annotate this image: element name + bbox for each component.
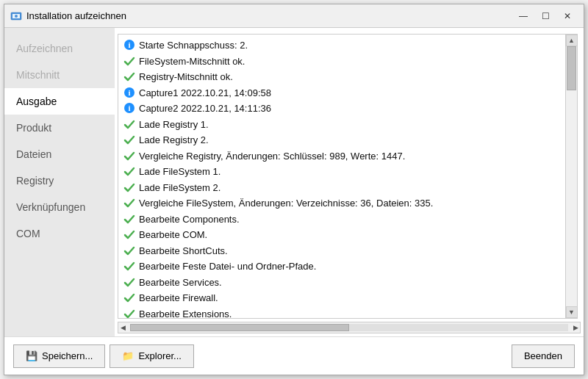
log-text: Bearbeite Services. xyxy=(139,275,222,290)
log-entry: Lade Registry 1. xyxy=(118,117,565,133)
log-text: Starte Schnappschuss: 2. xyxy=(139,38,248,53)
scroll-down-arrow[interactable]: ▼ xyxy=(566,306,578,318)
sidebar-item-aufzeichnen: Aufzeichnen xyxy=(4,35,115,62)
svg-point-2 xyxy=(15,15,18,18)
info-icon: i xyxy=(123,101,136,115)
log-text: Vergleiche Registry, Änderungen: Schlüss… xyxy=(139,149,405,164)
log-entry: Vergleiche Registry, Änderungen: Schlüss… xyxy=(118,148,565,165)
log-text: Bearbeite Components. xyxy=(139,212,240,227)
log-text: Bearbeite Firewall. xyxy=(139,291,218,306)
log-text: Bearbeite Feste Datei- und Ordner-Pfade. xyxy=(139,259,316,274)
speichern-button[interactable]: 💾 Speichern... xyxy=(13,344,105,368)
horizontal-scrollbar[interactable]: ◀ ▶ xyxy=(118,322,581,333)
speichern-icon: 💾 xyxy=(26,350,37,361)
check-icon xyxy=(123,307,136,319)
explorer-button[interactable]: 📁 Explorer... xyxy=(110,344,194,368)
minimize-button[interactable]: — xyxy=(513,7,534,25)
title-bar: Installation aufzeichnen — ☐ ✕ xyxy=(4,4,584,28)
log-entry: Lade FileSystem 2. xyxy=(118,180,565,196)
footer: 💾 Speichern... 📁 Explorer... Beenden xyxy=(4,336,584,375)
explorer-icon: 📁 xyxy=(122,350,134,361)
check-icon xyxy=(123,259,136,272)
log-text: Capture2 2022.10.21, 14:11:36 xyxy=(139,101,271,116)
svg-text:i: i xyxy=(128,40,130,49)
info-icon: i xyxy=(123,38,136,51)
sidebar-item-verknuepfungen[interactable]: Verknüpfungen xyxy=(4,194,115,220)
sidebar-item-com[interactable]: COM xyxy=(4,220,115,247)
log-text: Lade FileSystem 2. xyxy=(139,181,220,195)
log-text: Bearbeite ShortCuts. xyxy=(139,244,228,259)
scrollbar-thumb[interactable] xyxy=(567,46,576,90)
check-icon xyxy=(123,275,136,289)
log-text: Lade FileSystem 1. xyxy=(139,165,220,179)
check-icon xyxy=(123,196,136,209)
log-entry: Bearbeite COM. xyxy=(118,227,565,243)
log-entry: Bearbeite Extensions. xyxy=(118,306,565,319)
maximize-button[interactable]: ☐ xyxy=(535,7,556,25)
log-text: Registry-Mitschnitt ok. xyxy=(139,70,233,84)
vertical-scrollbar[interactable]: ▲ ▼ xyxy=(565,35,577,318)
info-icon: i xyxy=(123,86,136,99)
log-entry: Bearbeite Components. xyxy=(118,212,565,228)
log-scroll-wrapper: iStarte Schnappschuss: 2.FileSystem-Mits… xyxy=(118,34,578,319)
speichern-label: Speichern... xyxy=(42,350,93,361)
log-text: Capture1 2022.10.21, 14:09:58 xyxy=(139,86,271,101)
h-scroll-thumb[interactable] xyxy=(130,324,349,331)
log-text: Lade Registry 1. xyxy=(139,118,209,132)
sidebar-item-produkt[interactable]: Produkt xyxy=(4,115,115,141)
check-icon xyxy=(123,70,136,83)
scrollbar-thumb-area xyxy=(566,46,577,306)
log-entry: Bearbeite ShortCuts. xyxy=(118,243,565,259)
window-title: Installation aufzeichnen xyxy=(26,10,513,21)
content-area: AufzeichnenMitschnittAusgabeProduktDatei… xyxy=(4,28,584,336)
scroll-right-arrow[interactable]: ▶ xyxy=(571,323,580,332)
check-icon xyxy=(123,181,136,194)
window-controls: — ☐ ✕ xyxy=(513,7,578,25)
sidebar: AufzeichnenMitschnittAusgabeProduktDatei… xyxy=(4,28,115,336)
close-button[interactable]: ✕ xyxy=(557,7,578,25)
window-icon xyxy=(10,10,22,22)
log-entry: Registry-Mitschnitt ok. xyxy=(118,69,565,85)
check-icon xyxy=(123,54,136,68)
check-icon xyxy=(123,228,136,241)
check-icon xyxy=(123,165,136,178)
log-entry: iStarte Schnappschuss: 2. xyxy=(118,37,565,54)
sidebar-item-mitschnitt: Mitschnitt xyxy=(4,62,115,88)
log-text: Bearbeite COM. xyxy=(139,228,207,242)
log-entry: Bearbeite Services. xyxy=(118,275,565,291)
check-icon xyxy=(123,244,136,257)
log-entry: iCapture1 2022.10.21, 14:09:58 xyxy=(118,85,565,101)
sidebar-item-dateien[interactable]: Dateien xyxy=(4,141,115,167)
log-entry: Bearbeite Firewall. xyxy=(118,290,565,306)
svg-text:i: i xyxy=(128,104,130,112)
log-entry: Lade FileSystem 1. xyxy=(118,164,565,180)
sidebar-item-ausgabe[interactable]: Ausgabe xyxy=(4,88,115,115)
log-list[interactable]: iStarte Schnappschuss: 2.FileSystem-Mits… xyxy=(118,35,565,318)
svg-text:i: i xyxy=(128,88,130,97)
log-text: FileSystem-Mitschnitt ok. xyxy=(139,54,245,69)
beenden-button[interactable]: Beenden xyxy=(512,344,575,368)
sidebar-item-registry[interactable]: Registry xyxy=(4,167,115,194)
check-icon xyxy=(123,212,136,225)
check-icon xyxy=(123,149,136,162)
log-entry: Lade Registry 2. xyxy=(118,132,565,148)
log-text: Vergleiche FileSystem, Änderungen: Verze… xyxy=(139,196,433,211)
main-window: Installation aufzeichnen — ☐ ✕ Aufzeichn… xyxy=(4,4,584,375)
check-icon xyxy=(123,291,136,304)
check-icon xyxy=(123,118,136,131)
log-entry: FileSystem-Mitschnitt ok. xyxy=(118,54,565,70)
scroll-up-arrow[interactable]: ▲ xyxy=(566,35,578,46)
log-entry: Vergleiche FileSystem, Änderungen: Verze… xyxy=(118,195,565,212)
log-text: Bearbeite Extensions. xyxy=(139,307,232,319)
log-entry: Bearbeite Feste Datei- und Ordner-Pfade. xyxy=(118,259,565,275)
scroll-left-arrow[interactable]: ◀ xyxy=(118,323,127,332)
explorer-label: Explorer... xyxy=(138,350,182,361)
check-icon xyxy=(123,133,136,146)
main-area: iStarte Schnappschuss: 2.FileSystem-Mits… xyxy=(115,28,584,336)
log-entry: iCapture2 2022.10.21, 14:11:36 xyxy=(118,101,565,117)
h-scroll-bar xyxy=(130,324,568,331)
beenden-label: Beenden xyxy=(524,350,562,361)
log-text: Lade Registry 2. xyxy=(139,133,209,148)
